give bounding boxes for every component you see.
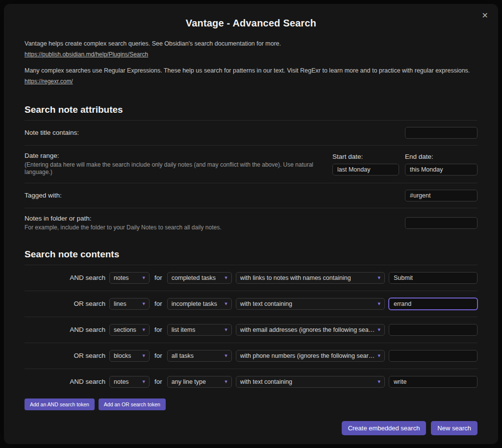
start-date-input[interactable] <box>332 164 399 175</box>
match-mode-select[interactable]: with phone numbers (ignores the followin… <box>236 350 385 362</box>
token-type-select[interactable]: list items ▾ <box>167 324 232 336</box>
add-or-token-button[interactable]: Add an OR search token <box>99 398 166 410</box>
chevron-down-icon: ▾ <box>377 275 380 280</box>
search-term-input[interactable] <box>389 376 477 388</box>
note-title-input[interactable] <box>405 127 477 139</box>
token-type-select-value: all tasks <box>172 352 194 359</box>
scope-select[interactable]: blocks ▾ <box>109 350 150 362</box>
search-kind-label: AND search <box>25 326 105 333</box>
folder-path-description: For example, include the folder to your … <box>25 224 395 232</box>
match-mode-select-value: with phone numbers (ignores the followin… <box>240 352 375 359</box>
create-embedded-search-button[interactable]: Create embedded search <box>342 421 427 435</box>
chevron-down-icon: ▾ <box>225 353 227 358</box>
scope-select[interactable]: notes ▾ <box>109 376 150 388</box>
setting-tagged-with: Tagged with: <box>25 183 477 208</box>
obsidian-search-docs-link[interactable]: https://publish.obsidian.md/help/Plugins… <box>25 51 148 58</box>
chevron-down-icon: ▾ <box>142 301 145 306</box>
match-mode-select-value: with email addresses (ignores the follow… <box>240 326 375 333</box>
intro-text-1: Vantage helps create complex search quer… <box>25 40 477 48</box>
intro-text-2: Many complex searches use Regular Expres… <box>25 67 477 75</box>
add-and-token-button[interactable]: Add an AND search token <box>25 398 95 410</box>
for-label: for <box>153 274 163 281</box>
tagged-with-input[interactable] <box>405 190 477 201</box>
scope-select-value: sections <box>114 326 136 333</box>
search-term-input[interactable] <box>389 350 477 362</box>
chevron-down-icon: ▾ <box>377 301 380 306</box>
token-type-select-value: completed tasks <box>172 274 216 281</box>
scope-select[interactable]: sections ▾ <box>109 324 150 336</box>
for-label: for <box>153 326 163 333</box>
token-type-select[interactable]: incomplete tasks ▾ <box>167 298 232 310</box>
match-mode-select[interactable]: with email addresses (ignores the follow… <box>236 324 385 336</box>
token-type-select[interactable]: any line type ▾ <box>167 376 232 388</box>
scope-select-value: lines <box>114 300 126 307</box>
chevron-down-icon: ▾ <box>225 327 227 332</box>
search-token-row: OR search lines ▾ for incomplete tasks ▾… <box>25 291 477 317</box>
search-term-input[interactable] <box>389 298 477 310</box>
start-date-label: Start date: <box>332 153 399 160</box>
token-type-select-value: any line type <box>172 378 206 385</box>
setting-note-title: Note title contains: <box>25 120 477 145</box>
match-mode-select-value: with text containing <box>240 378 292 385</box>
search-term-input[interactable] <box>389 324 477 336</box>
chevron-down-icon: ▾ <box>142 379 145 384</box>
intro-section: Vantage helps create complex search quer… <box>25 40 477 94</box>
chevron-down-icon: ▾ <box>142 275 145 280</box>
page-title: Vantage - Advanced Search <box>25 18 477 29</box>
close-icon[interactable]: ✕ <box>482 12 488 20</box>
token-type-select[interactable]: completed tasks ▾ <box>167 272 232 284</box>
search-kind-label: OR search <box>25 352 105 359</box>
footer-buttons: Create embedded search New search <box>25 421 477 435</box>
token-type-select[interactable]: all tasks ▾ <box>167 350 232 362</box>
chevron-down-icon: ▾ <box>377 327 380 332</box>
scope-select-value: notes <box>114 274 129 281</box>
note-title-label: Note title contains: <box>25 129 395 136</box>
add-token-buttons: Add an AND search token Add an OR search… <box>25 398 477 410</box>
folder-path-label: Notes in folder or path: <box>25 215 395 222</box>
token-type-select-value: list items <box>172 326 196 333</box>
chevron-down-icon: ▾ <box>142 353 145 358</box>
search-token-row: AND search notes ▾ for completed tasks ▾… <box>25 265 477 291</box>
end-date-label: End date: <box>405 153 477 160</box>
match-mode-select[interactable]: with text containing ▾ <box>236 376 385 388</box>
for-label: for <box>153 352 163 359</box>
search-term-input[interactable] <box>389 272 477 284</box>
date-range-label: Date range: <box>25 152 323 159</box>
match-mode-select-value: with links to notes with names containin… <box>240 274 351 281</box>
chevron-down-icon: ▾ <box>225 301 227 306</box>
for-label: for <box>153 300 163 307</box>
chevron-down-icon: ▾ <box>142 327 145 332</box>
search-kind-label: AND search <box>25 378 105 385</box>
search-token-row: OR search blocks ▾ for all tasks ▾ with … <box>25 343 477 369</box>
folder-path-input[interactable] <box>405 217 477 229</box>
setting-folder-path: Notes in folder or path: For example, in… <box>25 208 477 238</box>
date-range-description: (Entering data here will make the search… <box>25 161 323 176</box>
tagged-with-label: Tagged with: <box>25 192 395 199</box>
match-mode-select[interactable]: with links to notes with names containin… <box>236 272 385 284</box>
regexr-link[interactable]: https://regexr.com/ <box>25 78 73 85</box>
end-date-input[interactable] <box>405 164 477 175</box>
match-mode-select[interactable]: with text containing ▾ <box>236 298 385 310</box>
chevron-down-icon: ▾ <box>225 379 227 384</box>
section-heading-attributes: Search note attributes <box>25 104 477 115</box>
scope-select-value: notes <box>114 378 129 385</box>
search-kind-label: OR search <box>25 300 105 307</box>
for-label: for <box>153 378 163 385</box>
search-token-row: AND search notes ▾ for any line type ▾ w… <box>25 369 477 395</box>
scope-select[interactable]: lines ▾ <box>109 298 150 310</box>
setting-date-range: Date range: (Entering data here will mak… <box>25 145 477 183</box>
chevron-down-icon: ▾ <box>377 353 380 358</box>
chevron-down-icon: ▾ <box>377 379 380 384</box>
new-search-button[interactable]: New search <box>431 421 477 435</box>
advanced-search-modal: ✕ Vantage - Advanced Search Vantage help… <box>4 4 498 444</box>
search-token-row: AND search sections ▾ for list items ▾ w… <box>25 317 477 343</box>
scope-select-value: blocks <box>114 352 131 359</box>
chevron-down-icon: ▾ <box>225 275 227 280</box>
match-mode-select-value: with text containing <box>240 300 292 307</box>
scope-select[interactable]: notes ▾ <box>109 272 150 284</box>
search-kind-label: AND search <box>25 274 105 281</box>
token-type-select-value: incomplete tasks <box>172 300 217 307</box>
section-heading-contents: Search note contents <box>25 249 477 260</box>
